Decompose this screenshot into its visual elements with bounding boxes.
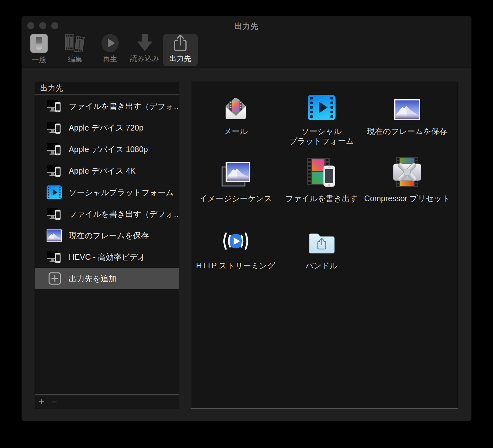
list-item-apple-1080p[interactable]: Apple デバイス 1080p [35, 138, 179, 160]
monitor-phone-icon [47, 99, 62, 114]
compressor-icon [393, 157, 421, 187]
window-title: 出力先 [22, 21, 471, 31]
tab-playback-label: 再生 [103, 54, 117, 64]
destinations-list: ファイルを書き出す（デフォ… Apple デバイス 720p Apple デバイ… [35, 95, 179, 395]
tab-import[interactable]: 読み込み [127, 34, 162, 66]
destination-http-streaming[interactable]: HTTP ストリーミング [193, 224, 279, 291]
list-footer: + − [35, 395, 179, 409]
destinations-panel: メール ソーシャル プラットフォーム 現在のフレームを保存 イメージシーケンス … [191, 82, 458, 409]
social-video-icon [47, 185, 62, 200]
tab-general[interactable]: 一般 [22, 34, 56, 66]
list-item-export-file-default[interactable]: ファイルを書き出す（デフォ… [35, 95, 179, 117]
monitor-phone-icon [47, 120, 62, 135]
plus-box-icon [48, 272, 61, 285]
filmstrips-icon [65, 34, 85, 52]
tab-import-label: 読み込み [130, 54, 159, 63]
destination-image-sequence[interactable]: イメージシーケンス [193, 157, 279, 224]
share-folder-icon [308, 232, 335, 254]
photo-frame-icon [47, 228, 62, 243]
play-circle-icon [101, 34, 119, 52]
remove-destination-button[interactable]: − [48, 396, 61, 408]
monitor-phone-icon [47, 142, 62, 157]
tab-playback[interactable]: 再生 [93, 34, 127, 66]
destination-save-current-frame[interactable]: 現在のフレームを保存 [364, 90, 450, 157]
monitor-phone-icon [47, 206, 62, 221]
tab-editing[interactable]: 編集 [58, 34, 93, 66]
destinations-grid: メール ソーシャル プラットフォーム 現在のフレームを保存 イメージシーケンス … [193, 90, 458, 291]
preferences-window: 出力先 一般 編集 再生 読み込み 出力先 出力先 ファイルを書き出す（デフォ… [22, 16, 471, 421]
share-icon [172, 34, 189, 52]
general-switch-icon [30, 34, 48, 53]
photo-frame-icon [394, 99, 420, 120]
list-item-export-file-default-2[interactable]: ファイルを書き出す（デフォ… [35, 203, 179, 225]
list-item-social-platforms[interactable]: ソーシャルプラットフォーム [35, 182, 179, 203]
mail-envelope-icon [223, 95, 248, 120]
download-arrow-icon [137, 34, 153, 52]
list-item-save-current-frame[interactable]: 現在のフレームを保存 [35, 225, 179, 246]
add-destination-button[interactable]: + [35, 396, 48, 408]
monitor-phone-icon [47, 249, 62, 265]
tab-editing-label: 編集 [68, 54, 82, 64]
destination-social-platforms[interactable]: ソーシャル プラットフォーム [279, 90, 364, 157]
list-item-apple-4k[interactable]: Apple デバイス 4K [35, 160, 179, 182]
destination-export-file[interactable]: ファイルを書き出す [279, 157, 364, 224]
destination-compressor-preset[interactable]: Compressor プリセット [364, 157, 450, 224]
social-video-icon [308, 95, 336, 120]
destinations-list-header: 出力先 [35, 81, 179, 95]
monitor-phone-icon [47, 163, 62, 178]
list-item-add-destination[interactable]: 出力先を追加 [35, 268, 179, 289]
titlebar-toolbar: 出力先 一般 編集 再生 読み込み 出力先 [22, 16, 471, 68]
tab-general-label: 一般 [32, 55, 46, 65]
destination-mail[interactable]: メール [193, 90, 279, 157]
tab-destinations[interactable]: 出力先 [163, 34, 198, 66]
list-item-apple-720p[interactable]: Apple デバイス 720p [35, 117, 179, 138]
destination-bundle[interactable]: バンドル [279, 224, 364, 291]
tab-destinations-label: 出力先 [170, 54, 191, 63]
list-item-hevc[interactable]: HEVC - 高効率ビデオ [35, 246, 179, 268]
film-phone-icon [307, 158, 337, 187]
stacked-photos-icon [221, 162, 250, 187]
streaming-play-icon [220, 232, 252, 250]
